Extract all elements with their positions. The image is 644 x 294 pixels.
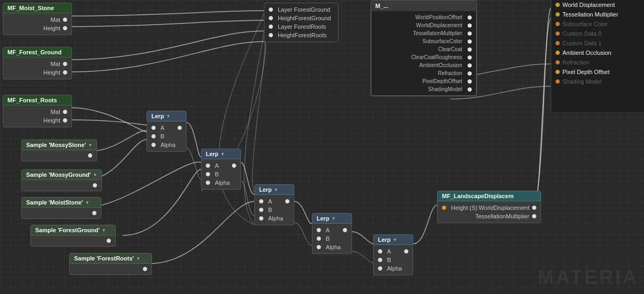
sample-mossy-stone-node[interactable]: Sample 'MossyStone' ▼ (21, 140, 97, 161)
ref-pin[interactable] (468, 71, 472, 76)
mat-pin-out[interactable] (63, 62, 67, 66)
sample-moist-stone-out (22, 210, 101, 216)
mat-pin-out[interactable] (63, 110, 67, 114)
height-pin-out[interactable] (63, 26, 67, 30)
ssc-dot (556, 22, 560, 26)
pixel-depth-offset-item[interactable]: Pixel Depth Offset (551, 67, 644, 77)
shading-model-label: Shading Model (562, 78, 601, 85)
wpo-pin[interactable] (468, 15, 472, 20)
dropdown-icon[interactable]: ▼ (274, 187, 278, 192)
height-pin2[interactable] (269, 33, 273, 37)
a-out-pin[interactable] (285, 199, 289, 203)
subsurfacecolor-row: SubsurfaceColor (372, 37, 476, 45)
height-s-pin-in[interactable] (442, 206, 446, 210)
alpha-pin[interactable] (151, 143, 156, 147)
a-out-pin[interactable] (343, 228, 347, 232)
a-pin[interactable] (151, 126, 156, 130)
sample-moist-stone-node[interactable]: Sample 'MoistStone' ▼ (21, 197, 101, 219)
a-out-pin[interactable] (404, 249, 408, 254)
lerp4-node[interactable]: Lerp ▼ A B Alpha (312, 213, 352, 254)
height-pin-out[interactable] (63, 118, 67, 123)
world-displacement-item[interactable]: World Displacement (551, 0, 644, 10)
lerp5-header: Lerp ▼ (373, 234, 413, 245)
mf-moist-stone-node[interactable]: MF_Moist_Stone Mat Height (3, 3, 72, 35)
a-pin[interactable] (378, 249, 382, 254)
shading-model-item[interactable]: Shading Model (551, 77, 644, 86)
mf-forest-ground-node[interactable]: MF_Forest_Ground Mat Height (3, 47, 72, 79)
b-pin[interactable] (151, 134, 156, 138)
pdo-pin[interactable] (468, 79, 472, 84)
mat-pin-out[interactable] (63, 18, 67, 22)
ao-pin[interactable] (468, 63, 472, 68)
out-pin[interactable] (88, 153, 92, 158)
mf-forest-roots-node[interactable]: MF_Forest_Roots Mat Height (3, 95, 72, 127)
ssc-pin[interactable] (468, 39, 472, 44)
mf-forest-roots-mat-row: Mat (3, 108, 71, 116)
world-disp-pin-out[interactable] (532, 206, 536, 210)
lerp1-node[interactable]: Lerp ▼ A B Alpha (147, 111, 187, 152)
alpha-pin[interactable] (378, 266, 382, 271)
mf-landscape-node[interactable]: MF_LandscapeDisplacem Height (S) WorldDi… (437, 191, 541, 223)
ambientocclusion-row: AmbientOcclusion (372, 61, 476, 69)
custom-data-1-item[interactable]: Custom Data 1 (551, 38, 644, 48)
a-pin[interactable] (259, 199, 263, 203)
a-out-pin[interactable] (178, 126, 182, 130)
out-pin[interactable] (93, 183, 97, 187)
wd-pin[interactable] (468, 23, 472, 28)
height-pin[interactable] (269, 16, 273, 20)
dropdown-icon[interactable]: ▼ (166, 114, 171, 119)
sample-mossy-ground-node[interactable]: Sample 'MossyGround' ▼ (21, 169, 102, 191)
pdo-dot (556, 70, 560, 74)
tessellation-multiplier-item[interactable]: Tessellation Multiplier (551, 10, 644, 19)
layer-pin[interactable] (269, 7, 273, 12)
alpha-pin[interactable] (317, 245, 321, 249)
lerp2-b: B (202, 170, 240, 178)
ambient-occlusion-item[interactable]: Ambient Occlusion (551, 48, 644, 58)
dropdown-icon[interactable]: ▼ (102, 228, 106, 233)
lerp5-node[interactable]: Lerp ▼ A B Alpha (373, 234, 413, 275)
dropdown-icon[interactable]: ▼ (332, 216, 336, 221)
lerp5-a: A (374, 247, 413, 256)
b-pin[interactable] (259, 208, 263, 212)
material-header: M_... (371, 1, 477, 11)
out-pin[interactable] (143, 267, 147, 271)
tm-pin[interactable] (468, 31, 472, 36)
dropdown-icon[interactable]: ▼ (393, 238, 397, 242)
layer-pin2[interactable] (269, 24, 273, 29)
dropdown-icon[interactable]: ▼ (85, 200, 90, 205)
sm-pin[interactable] (468, 87, 472, 92)
layer-output-node: Layer ForestGround HeightForestGround La… (264, 3, 339, 42)
dropdown-icon[interactable]: ▼ (93, 173, 97, 177)
mf-forest-roots-height-row: Height (3, 116, 71, 125)
a-pin[interactable] (206, 164, 210, 168)
dropdown-icon[interactable]: ▼ (136, 256, 140, 261)
b-pin[interactable] (206, 172, 210, 176)
lerp1-b: B (147, 132, 186, 141)
lerp2-a: A (202, 161, 240, 170)
alpha-pin[interactable] (206, 181, 210, 185)
a-out-pin[interactable] (232, 164, 236, 168)
sample-forest-roots-node[interactable]: Sample 'ForestRoots' ▼ (69, 253, 152, 275)
subsurface-color-item[interactable]: Subsurface Color (551, 19, 644, 29)
cc-pin[interactable] (468, 47, 472, 52)
alpha-pin[interactable] (259, 216, 263, 220)
lerp4-header: Lerp ▼ (312, 213, 352, 224)
dropdown-icon[interactable]: ▼ (88, 143, 92, 148)
out-pin[interactable] (92, 211, 96, 215)
refraction-item[interactable]: Refraction (551, 58, 644, 67)
lerp2-node[interactable]: Lerp ▼ A B Alpha (201, 149, 241, 190)
tess-pin-out[interactable] (532, 214, 536, 218)
lerp4-b: B (312, 234, 351, 243)
lerp3-node[interactable]: Lerp ▼ A B Alpha (254, 184, 294, 225)
worlddisplacement-row: WorldDisplacement (372, 21, 476, 29)
refraction-label: Refraction (562, 59, 589, 66)
a-pin[interactable] (317, 228, 321, 232)
out-pin[interactable] (107, 239, 111, 243)
height-pin-out[interactable] (63, 70, 67, 75)
dropdown-icon[interactable]: ▼ (221, 152, 225, 157)
custom-data-0-item[interactable]: Custom Data 0 (551, 29, 644, 38)
sample-forest-ground-node[interactable]: Sample 'ForestGround' ▼ (30, 225, 116, 247)
ccr-pin[interactable] (468, 55, 472, 60)
b-pin[interactable] (317, 236, 321, 241)
b-pin[interactable] (378, 258, 382, 262)
